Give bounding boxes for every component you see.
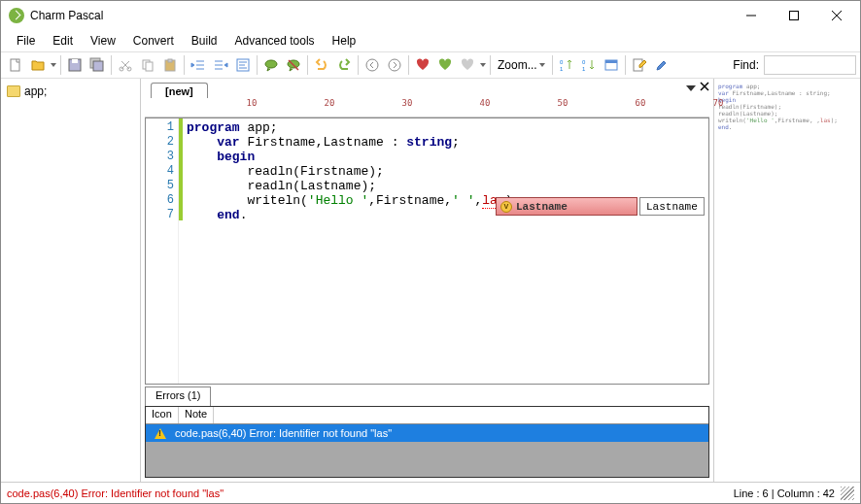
open-file-icon[interactable] xyxy=(27,54,49,76)
menu-view[interactable]: View xyxy=(83,32,123,50)
heart-green-icon[interactable] xyxy=(434,54,456,76)
find-input[interactable] xyxy=(764,55,856,75)
heart-red-icon[interactable] xyxy=(412,54,433,76)
error-col-note: Note xyxy=(179,407,214,423)
redo-icon[interactable] xyxy=(333,54,355,76)
svg-rect-14 xyxy=(168,59,172,62)
save-all-icon[interactable] xyxy=(86,54,108,76)
menu-advanced[interactable]: Advanced tools xyxy=(227,32,323,50)
svg-rect-6 xyxy=(72,59,78,63)
tab-menu-icon[interactable] xyxy=(686,81,696,94)
tree-root-item[interactable]: app; xyxy=(5,83,136,100)
app-icon xyxy=(9,8,24,23)
outdent-icon[interactable] xyxy=(188,54,209,76)
svg-point-20 xyxy=(389,59,400,71)
line-gutter: 1 2 3 4 5 6 7 xyxy=(146,118,179,384)
zoom-dropdown[interactable]: Zoom... xyxy=(494,58,549,72)
warning-icon xyxy=(146,428,175,439)
error-text: code.pas(6,40) Error: Identifier not fou… xyxy=(175,427,392,439)
new-file-icon[interactable] xyxy=(5,54,26,76)
heart-gray-icon[interactable] xyxy=(457,54,478,76)
folder-icon xyxy=(7,85,20,97)
format-icon[interactable] xyxy=(232,54,254,76)
svg-point-19 xyxy=(366,59,378,71)
paste-icon[interactable] xyxy=(159,54,181,76)
svg-text:0: 0 xyxy=(582,59,586,65)
sort-asc-icon[interactable]: 01 xyxy=(556,54,577,76)
menu-help[interactable]: Help xyxy=(325,32,364,50)
window-icon[interactable] xyxy=(601,54,622,76)
error-row[interactable]: code.pas(6,40) Error: Identifier not fou… xyxy=(146,424,708,442)
ruler: 10 20 30 40 50 60 70 xyxy=(145,98,709,118)
error-table: Icon Note code.pas(6,40) Error: Identifi… xyxy=(145,406,709,478)
menubar: File Edit View Convert Build Advanced to… xyxy=(1,30,860,51)
tab-close-icon[interactable] xyxy=(700,81,709,94)
error-panel: Errors (1) Icon Note code.pas(6,40) Erro… xyxy=(145,386,709,478)
svg-text:0: 0 xyxy=(560,59,564,65)
svg-rect-4 xyxy=(11,59,19,71)
status-bar: code.pas(6,40) Error: Identifier not fou… xyxy=(1,482,860,503)
menu-convert[interactable]: Convert xyxy=(125,32,182,50)
minimize-button[interactable] xyxy=(730,2,773,29)
maximize-button[interactable] xyxy=(773,2,815,29)
prev-icon[interactable] xyxy=(362,54,383,76)
sidebar: app; xyxy=(1,79,141,482)
svg-rect-12 xyxy=(146,62,153,71)
autocomplete-popup[interactable]: V Lastname Lastname xyxy=(496,197,705,216)
close-button[interactable] xyxy=(815,2,858,29)
heart-dropdown-icon[interactable] xyxy=(479,63,487,67)
undo-icon[interactable] xyxy=(311,54,332,76)
open-dropdown-icon[interactable] xyxy=(50,63,57,67)
autocomplete-item[interactable]: Lastname xyxy=(516,201,568,213)
cut-icon[interactable] xyxy=(115,54,136,76)
copy-icon[interactable] xyxy=(137,54,158,76)
status-position: Line : 6 | Column : 42 xyxy=(734,487,835,499)
menu-build[interactable]: Build xyxy=(184,32,225,50)
status-error: code.pas(6,40) Error: Identifier not fou… xyxy=(7,487,734,499)
minimap[interactable]: program app; var Firstname,Lastname : st… xyxy=(714,79,860,482)
titlebar: Charm Pascal xyxy=(1,1,860,30)
indent-icon[interactable] xyxy=(210,54,231,76)
menu-file[interactable]: File xyxy=(9,32,43,50)
autocomplete-tooltip: Lastname xyxy=(639,197,705,216)
autocomplete-var-icon: V xyxy=(500,201,512,213)
edit-icon[interactable] xyxy=(629,54,650,76)
comment-icon[interactable] xyxy=(260,54,282,76)
sort-desc-icon[interactable]: 01 xyxy=(578,54,600,76)
svg-text:1: 1 xyxy=(582,66,586,72)
next-icon[interactable] xyxy=(384,54,405,76)
svg-text:1: 1 xyxy=(560,66,564,72)
tab-new[interactable]: [new] xyxy=(151,83,208,99)
svg-point-16 xyxy=(265,60,277,68)
window-title: Charm Pascal xyxy=(30,9,730,22)
menu-edit[interactable]: Edit xyxy=(45,32,81,50)
error-col-icon: Icon xyxy=(146,407,179,423)
uncomment-icon[interactable] xyxy=(283,54,304,76)
find-label: Find: xyxy=(733,58,763,72)
svg-rect-1 xyxy=(790,12,799,20)
editor-tabs: [new] xyxy=(141,79,713,98)
errors-tab[interactable]: Errors (1) xyxy=(145,386,211,406)
svg-rect-26 xyxy=(605,60,617,63)
code-area[interactable]: program app; var Firstname,Lastname : st… xyxy=(183,118,708,384)
code-editor[interactable]: 1 2 3 4 5 6 7 program app; var Firstname… xyxy=(145,118,709,385)
highlight-icon[interactable] xyxy=(651,54,672,76)
resize-grip[interactable] xyxy=(841,487,854,500)
tree-root-label: app; xyxy=(24,84,47,98)
svg-rect-8 xyxy=(93,61,103,71)
save-icon[interactable] xyxy=(64,54,86,76)
toolbar: Zoom... 01 01 Find: xyxy=(1,51,860,79)
